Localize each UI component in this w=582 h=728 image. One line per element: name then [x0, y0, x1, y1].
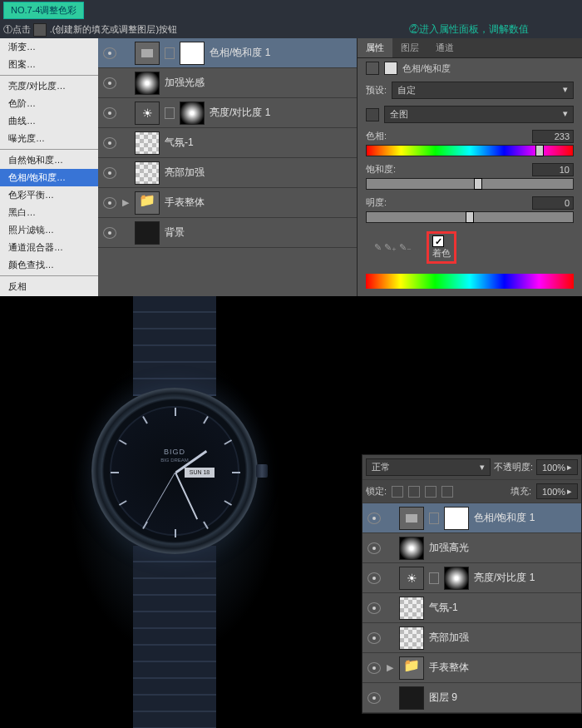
visibility-icon[interactable]	[103, 77, 116, 89]
range-dropdown[interactable]: 全图▾	[384, 106, 574, 123]
menu-item[interactable]: 反相	[0, 278, 98, 295]
link-icon[interactable]	[165, 107, 175, 119]
blend-mode-dropdown[interactable]: 正常▾	[366, 458, 491, 476]
fill-value[interactable]: 100%▸	[536, 483, 578, 499]
tab-layers[interactable]: 图层	[392, 38, 427, 57]
visibility-icon[interactable]	[103, 137, 116, 149]
preset-dropdown[interactable]: 自定▾	[392, 82, 574, 99]
hue-value[interactable]: 233	[532, 130, 574, 143]
visibility-icon[interactable]	[367, 572, 381, 584]
lock-position-icon[interactable]	[425, 486, 436, 498]
layer-name[interactable]: 手表整体	[429, 661, 576, 675]
menu-item[interactable]: 亮度/对比度…	[0, 77, 98, 95]
layer-name[interactable]: 加强光感	[165, 76, 352, 90]
layer-row[interactable]: ▶📁手表整体	[363, 653, 581, 683]
layer-thumbnail[interactable]	[399, 686, 424, 710]
hand-icon[interactable]	[366, 108, 379, 121]
layer-row[interactable]: 气氛-1	[363, 593, 581, 623]
layer-row[interactable]: 色相/饱和度 1	[98, 38, 357, 68]
layer-thumbnail[interactable]: ☀	[135, 102, 160, 125]
layer-thumbnail[interactable]	[444, 507, 469, 530]
lock-transparency-icon[interactable]	[392, 486, 403, 498]
menu-item[interactable]: 色彩平衡…	[0, 186, 98, 204]
layer-row[interactable]: 色相/饱和度 1	[363, 503, 581, 533]
layer-name[interactable]: 加强高光	[429, 541, 576, 555]
layer-name[interactable]: 气氛-1	[165, 136, 352, 150]
lightness-slider[interactable]	[366, 211, 574, 223]
layer-name[interactable]: 手表整体	[165, 196, 352, 210]
visibility-icon[interactable]	[103, 227, 116, 239]
expand-arrow-icon[interactable]: ▶	[386, 662, 394, 673]
layer-thumbnail[interactable]	[135, 131, 160, 155]
visibility-icon[interactable]	[103, 197, 116, 209]
layer-name[interactable]: 亮度/对比度 1	[210, 106, 352, 120]
layer-name[interactable]: 图层 9	[429, 691, 576, 705]
tab-channels[interactable]: 通道	[427, 38, 462, 57]
saturation-slider[interactable]	[366, 178, 574, 190]
layer-name[interactable]: 亮部加强	[429, 631, 576, 645]
layer-row[interactable]: 气氛-1	[98, 128, 357, 158]
visibility-icon[interactable]	[103, 107, 116, 119]
visibility-icon[interactable]	[103, 47, 116, 59]
lock-pixels-icon[interactable]	[408, 486, 420, 498]
layer-thumbnail[interactable]	[399, 507, 424, 530]
menu-item[interactable]: 曲线…	[0, 112, 98, 130]
visibility-icon[interactable]	[367, 632, 381, 644]
layer-row[interactable]: 图层 9	[363, 683, 581, 713]
layer-row[interactable]: 加强高光	[363, 533, 581, 563]
layer-thumbnail[interactable]	[135, 161, 160, 185]
layer-thumbnail[interactable]	[135, 42, 160, 65]
saturation-knob[interactable]	[474, 178, 482, 190]
lightness-knob[interactable]	[466, 211, 474, 223]
menu-item[interactable]: 黑白…	[0, 204, 98, 221]
visibility-icon[interactable]	[367, 662, 381, 674]
menu-item[interactable]: 色相/饱和度…	[0, 169, 98, 186]
tab-properties[interactable]: 属性	[358, 38, 392, 57]
layer-thumbnail[interactable]	[180, 42, 205, 65]
layer-thumbnail[interactable]	[399, 537, 424, 560]
lock-all-icon[interactable]	[441, 486, 453, 498]
layer-thumbnail[interactable]: ☀	[399, 567, 424, 590]
expand-arrow-icon[interactable]: ▶	[121, 197, 130, 208]
eyedropper-tools[interactable]: ✎ ✎₊ ✎₋	[366, 239, 420, 256]
visibility-icon[interactable]	[367, 542, 381, 554]
lightness-value[interactable]: 0	[532, 196, 574, 210]
colorize-checkbox[interactable]: ✓	[432, 235, 444, 247]
layer-name[interactable]: 气氛-1	[429, 601, 576, 615]
menu-item[interactable]: 照片滤镜…	[0, 221, 98, 239]
layer-row[interactable]: 背景	[98, 218, 357, 248]
opacity-value[interactable]: 100%▸	[536, 459, 578, 475]
link-icon[interactable]	[165, 47, 175, 59]
layer-name[interactable]: 亮部加强	[165, 166, 352, 180]
layer-thumbnail[interactable]	[135, 221, 160, 245]
layer-row[interactable]: ☀亮度/对比度 1	[363, 563, 581, 593]
menu-item[interactable]: 色阶…	[0, 95, 98, 112]
layer-row[interactable]: ☀亮度/对比度 1	[98, 98, 357, 128]
layer-name[interactable]: 背景	[165, 225, 352, 240]
menu-item[interactable]: 颜色查找…	[0, 256, 98, 274]
visibility-icon[interactable]	[367, 513, 381, 524]
layer-row[interactable]: 亮部加强	[98, 158, 357, 188]
menu-item[interactable]: 曝光度…	[0, 130, 98, 147]
layer-thumbnail[interactable]	[399, 597, 424, 620]
link-icon[interactable]	[429, 572, 439, 584]
menu-item[interactable]: 通道混合器…	[0, 239, 98, 256]
layer-name[interactable]: 亮度/对比度 1	[474, 571, 576, 585]
layer-row[interactable]: 亮部加强	[363, 623, 581, 653]
saturation-value[interactable]: 10	[532, 163, 574, 176]
hue-slider[interactable]	[366, 145, 574, 156]
visibility-icon[interactable]	[367, 692, 381, 704]
layer-name[interactable]: 色相/饱和度 1	[210, 46, 352, 60]
layer-thumbnail[interactable]	[180, 102, 205, 125]
link-icon[interactable]	[429, 513, 439, 524]
menu-item[interactable]: 渐变…	[0, 38, 98, 56]
menu-item[interactable]: 图案…	[0, 56, 98, 73]
visibility-icon[interactable]	[103, 167, 116, 179]
hue-knob[interactable]	[535, 145, 544, 156]
visibility-icon[interactable]	[367, 602, 381, 614]
layer-row[interactable]: ▶📁手表整体	[98, 188, 357, 218]
layer-thumbnail[interactable]	[444, 567, 469, 590]
layer-row[interactable]: 加强光感	[98, 68, 357, 98]
menu-item[interactable]: 自然饱和度…	[0, 151, 98, 169]
layer-thumbnail[interactable]	[399, 626, 424, 650]
